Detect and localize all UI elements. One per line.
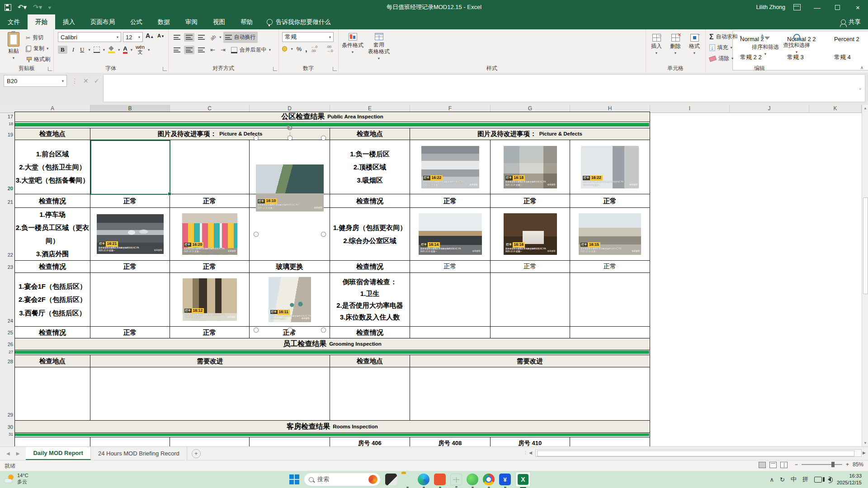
col-I[interactable]: I xyxy=(650,105,730,113)
tab-help[interactable]: 帮助 xyxy=(233,14,260,29)
section-rooms[interactable]: 客房检查结果Rooms Inspection xyxy=(15,421,650,433)
zoom-in-icon[interactable]: + xyxy=(846,461,849,468)
enter-icon[interactable]: ✓ xyxy=(94,77,99,84)
photo-c24[interactable]: 打卡16:12贵州省贵阳市南明区双龙航空港经济区AC PA2025.12.15 … xyxy=(183,278,237,321)
col-B[interactable]: B xyxy=(90,105,170,113)
vertical-scroll-thumb[interactable] xyxy=(863,197,868,294)
cell-F29[interactable] xyxy=(410,367,650,421)
col-J[interactable]: J xyxy=(730,105,809,113)
photo-h22[interactable]: 打卡16:15贵州省贵阳市南明区双龙航空港经济区AC PA2025.12.15 … xyxy=(579,213,641,255)
photo-h20[interactable]: 打卡16:22贵州省贵阳市南明区双龙航空港经济区AC PA2025.12.15 … xyxy=(581,146,639,188)
tab-view[interactable]: 视图 xyxy=(205,14,233,29)
selection-handle[interactable] xyxy=(288,328,292,333)
alignment-dialog-launcher[interactable] xyxy=(273,67,277,71)
cell-B22[interactable]: 打卡16:21贵州省贵阳市南明区双龙航空港经济区AC PA2025.12.15 … xyxy=(90,208,170,261)
horizontal-scrollbar[interactable] xyxy=(535,449,862,457)
hdr-improve-1[interactable]: 需要改进 xyxy=(90,355,330,367)
hdr-location-4[interactable]: 检查地点 xyxy=(330,355,410,367)
hdr-location-1[interactable]: 检查地点 xyxy=(15,128,90,140)
taskbar-app-green[interactable] xyxy=(467,474,478,485)
start-button[interactable] xyxy=(289,474,299,484)
weather-widget[interactable]: 14°C多云 xyxy=(5,472,28,485)
tell-me-box[interactable]: 告诉我你想要做什么 xyxy=(260,14,337,29)
row-17[interactable]: 17 xyxy=(0,114,13,119)
cell-A21[interactable]: 检查情况 xyxy=(15,194,90,208)
cell-E25[interactable]: 检查情况 xyxy=(330,327,410,338)
cell-C32[interactable] xyxy=(170,437,250,446)
cell-F22[interactable]: 打卡16:14贵州省贵阳市南明区双龙航空港经济区AC PA2025.12.15 … xyxy=(410,208,491,261)
cell-D24[interactable]: 打卡16:11贵州省贵阳市南明区双龙航空港经济区AC PA2025.12.15 … xyxy=(250,273,330,327)
restore-button[interactable] xyxy=(827,0,848,14)
format-cells-button[interactable]: ↔ 格式▾ xyxy=(685,34,703,55)
formula-expand-icon[interactable]: ⌄ xyxy=(859,85,862,90)
tab-review[interactable]: 审阅 xyxy=(178,14,205,29)
selection-handle[interactable] xyxy=(321,232,326,237)
hscroll-right-icon[interactable]: ▶ xyxy=(863,449,866,457)
cell-C22[interactable]: 打卡16:20贵州省贵阳市南明区双龙航空港经济区AC PA2025.12.15 … xyxy=(170,208,250,261)
cell-G25[interactable] xyxy=(491,327,570,338)
col-C[interactable]: C xyxy=(170,105,250,113)
selection-handle[interactable] xyxy=(254,328,259,333)
rotate-handle-icon[interactable]: ↻ xyxy=(286,124,294,132)
style-percent2[interactable]: Percent 2 xyxy=(830,34,868,45)
tab-data[interactable]: 数据 xyxy=(150,14,178,29)
sheet-tab-daily-mod-report[interactable]: Daily MOD Report xyxy=(26,447,91,460)
font-size-combo[interactable]: 12▾ xyxy=(123,32,143,42)
number-format-combo[interactable]: 常规▾ xyxy=(282,32,334,42)
cell-G23[interactable]: 正常 xyxy=(491,261,570,273)
file-explorer-icon[interactable] xyxy=(401,474,413,485)
font-family-combo[interactable]: Calibri▾ xyxy=(58,32,121,42)
cell-A29[interactable] xyxy=(15,367,90,421)
cell-G24[interactable] xyxy=(491,273,570,327)
cell-room-410[interactable]: 房号 410 xyxy=(491,437,570,446)
sort-filter-button[interactable]: AZ 排序和筛选▾ xyxy=(750,34,780,56)
tab-splitter[interactable]: ⋮ xyxy=(524,449,528,457)
hdr-location-2[interactable]: 检查地点 xyxy=(330,128,410,140)
decrease-indent-icon[interactable]: ⇤ xyxy=(208,45,217,55)
cell-B23[interactable]: 正常 xyxy=(90,261,170,273)
tab-file[interactable]: 文件 xyxy=(0,14,28,29)
cell-B25[interactable]: 正常 xyxy=(90,327,170,338)
cell-H24[interactable] xyxy=(570,273,650,327)
delete-cells-button[interactable]: ✕ 删除▾ xyxy=(666,34,684,55)
photo-d24[interactable]: 打卡16:11贵州省贵阳市南明区双龙航空港经济区AC PA2025.12.15 … xyxy=(269,277,311,322)
comma-style-icon[interactable]: , xyxy=(305,45,307,53)
scroll-down-icon[interactable]: ▼ xyxy=(863,441,867,445)
calculator-icon[interactable] xyxy=(450,474,462,485)
display-icon[interactable] xyxy=(814,477,822,483)
name-box[interactable]: B20▾ xyxy=(4,75,67,87)
increase-decimal-icon[interactable]: ←.0 .00 xyxy=(311,45,322,53)
zoom-out-icon[interactable]: − xyxy=(795,461,798,468)
cell-E20[interactable]: 1.负一楼后区 2.顶楼区域 3.吸烟区 xyxy=(330,140,410,194)
tab-formulas[interactable]: 公式 xyxy=(123,14,150,29)
clipboard-dialog-launcher[interactable] xyxy=(48,67,52,71)
section-public-area[interactable]: 公区检查结果Public Area Inspection xyxy=(15,112,650,122)
cell-H32[interactable] xyxy=(570,437,650,446)
hscroll-left-icon[interactable]: ◀ xyxy=(529,449,532,457)
collapse-ribbon-icon[interactable]: ∧ xyxy=(860,65,863,70)
cell-F21[interactable]: 正常 xyxy=(410,194,491,208)
selection-handle[interactable] xyxy=(321,136,326,141)
tab-home[interactable]: 开始 xyxy=(28,14,55,29)
cell-B29[interactable] xyxy=(90,367,330,421)
row-29[interactable]: 29 xyxy=(0,412,13,418)
tab-insert[interactable]: 插入 xyxy=(55,14,83,29)
bold-button[interactable]: B xyxy=(58,46,67,54)
vertical-scrollbar[interactable]: ▲ ▼ xyxy=(862,105,868,446)
page-break-view-icon[interactable] xyxy=(780,462,788,468)
horizontal-scroll-thumb[interactable] xyxy=(537,450,854,456)
cell-B20[interactable] xyxy=(90,140,170,194)
hdr-pictures-2[interactable]: 图片及待改进事项：Picture & Defects xyxy=(410,128,650,140)
autosum-button[interactable]: Σ自动求和▾ xyxy=(708,32,743,42)
row-31[interactable]: 31 xyxy=(0,432,13,436)
align-left-icon[interactable] xyxy=(172,46,182,54)
row-24[interactable]: 24 xyxy=(0,318,13,324)
font-color-icon[interactable]: A xyxy=(123,46,127,53)
page-layout-view-icon[interactable] xyxy=(769,462,777,468)
search-box[interactable]: 搜索 xyxy=(304,473,381,486)
user-name[interactable]: Lilith Zhong xyxy=(756,4,785,10)
grow-font-button[interactable]: A▲ xyxy=(146,32,154,39)
clock[interactable]: 16:332025/12/15 xyxy=(837,473,862,486)
taskbar-app-orange[interactable] xyxy=(434,474,446,485)
selection-handle[interactable] xyxy=(288,136,292,141)
